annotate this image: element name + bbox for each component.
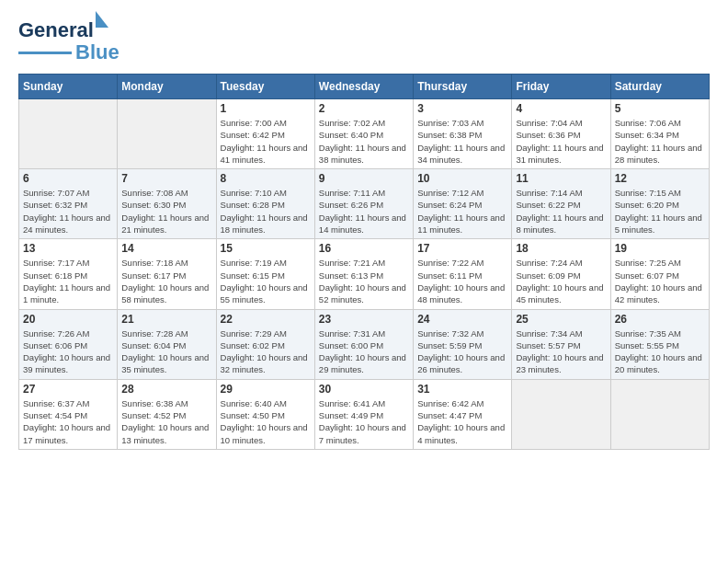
- day-detail: Sunrise: 7:06 AM Sunset: 6:34 PM Dayligh…: [615, 117, 705, 166]
- calendar-cell: 16Sunrise: 7:21 AM Sunset: 6:13 PM Dayli…: [314, 239, 413, 309]
- col-header-thursday: Thursday: [414, 75, 512, 99]
- day-detail: Sunrise: 7:25 AM Sunset: 6:07 PM Dayligh…: [615, 257, 705, 305]
- day-detail: Sunrise: 7:18 AM Sunset: 6:17 PM Dayligh…: [121, 257, 211, 305]
- logo: General Blue: [18, 18, 119, 64]
- calendar-week-5: 27Sunrise: 6:37 AM Sunset: 4:54 PM Dayli…: [19, 379, 710, 449]
- col-header-wednesday: Wednesday: [314, 75, 413, 99]
- page-header: General Blue: [18, 18, 710, 64]
- calendar-week-1: 1Sunrise: 7:00 AM Sunset: 6:42 PM Daylig…: [19, 99, 710, 169]
- day-number: 23: [319, 313, 409, 326]
- calendar-cell: [512, 379, 610, 449]
- day-detail: Sunrise: 7:32 AM Sunset: 5:59 PM Dayligh…: [417, 327, 507, 376]
- logo-text-general: General: [18, 18, 94, 41]
- day-number: 12: [615, 172, 705, 185]
- day-number: 7: [121, 172, 211, 185]
- day-number: 3: [417, 102, 507, 115]
- day-number: 2: [319, 102, 409, 115]
- calendar-cell: 23Sunrise: 7:31 AM Sunset: 6:00 PM Dayli…: [314, 309, 413, 379]
- day-detail: Sunrise: 6:37 AM Sunset: 4:54 PM Dayligh…: [23, 397, 113, 446]
- col-header-monday: Monday: [118, 75, 216, 99]
- calendar-cell: 28Sunrise: 6:38 AM Sunset: 4:52 PM Dayli…: [118, 379, 216, 449]
- day-number: 5: [615, 102, 705, 115]
- logo-triangle-icon: [96, 11, 108, 28]
- day-detail: Sunrise: 7:04 AM Sunset: 6:36 PM Dayligh…: [516, 117, 606, 166]
- day-detail: Sunrise: 7:08 AM Sunset: 6:30 PM Dayligh…: [121, 187, 211, 236]
- calendar-cell: 3Sunrise: 7:03 AM Sunset: 6:38 PM Daylig…: [414, 99, 512, 169]
- day-number: 30: [319, 383, 409, 396]
- calendar-cell: 21Sunrise: 7:28 AM Sunset: 6:04 PM Dayli…: [118, 309, 216, 379]
- calendar-cell: 19Sunrise: 7:25 AM Sunset: 6:07 PM Dayli…: [610, 239, 709, 309]
- day-number: 18: [516, 242, 606, 255]
- calendar-cell: 24Sunrise: 7:32 AM Sunset: 5:59 PM Dayli…: [414, 309, 512, 379]
- calendar-cell: 6Sunrise: 7:07 AM Sunset: 6:32 PM Daylig…: [19, 169, 118, 239]
- day-detail: Sunrise: 7:35 AM Sunset: 5:55 PM Dayligh…: [615, 327, 705, 376]
- calendar-cell: 7Sunrise: 7:08 AM Sunset: 6:30 PM Daylig…: [118, 169, 216, 239]
- day-detail: Sunrise: 7:29 AM Sunset: 6:02 PM Dayligh…: [221, 327, 311, 376]
- day-detail: Sunrise: 7:26 AM Sunset: 6:06 PM Dayligh…: [23, 327, 113, 376]
- day-detail: Sunrise: 7:17 AM Sunset: 6:18 PM Dayligh…: [23, 257, 113, 305]
- day-detail: Sunrise: 7:34 AM Sunset: 5:57 PM Dayligh…: [516, 327, 606, 376]
- calendar-table: SundayMondayTuesdayWednesdayThursdayFrid…: [18, 74, 710, 450]
- day-detail: Sunrise: 7:11 AM Sunset: 6:26 PM Dayligh…: [319, 187, 409, 236]
- calendar-cell: 11Sunrise: 7:14 AM Sunset: 6:22 PM Dayli…: [512, 169, 610, 239]
- day-number: 29: [221, 383, 311, 396]
- calendar-cell: 29Sunrise: 6:40 AM Sunset: 4:50 PM Dayli…: [216, 379, 314, 449]
- day-number: 22: [221, 313, 311, 326]
- day-detail: Sunrise: 7:21 AM Sunset: 6:13 PM Dayligh…: [319, 257, 409, 305]
- calendar-cell: 14Sunrise: 7:18 AM Sunset: 6:17 PM Dayli…: [118, 239, 216, 309]
- day-number: 9: [319, 172, 409, 185]
- calendar-cell: 20Sunrise: 7:26 AM Sunset: 6:06 PM Dayli…: [19, 309, 118, 379]
- calendar-week-2: 6Sunrise: 7:07 AM Sunset: 6:32 PM Daylig…: [19, 169, 710, 239]
- calendar-week-3: 13Sunrise: 7:17 AM Sunset: 6:18 PM Dayli…: [19, 239, 710, 309]
- col-header-sunday: Sunday: [19, 75, 118, 99]
- day-detail: Sunrise: 7:00 AM Sunset: 6:42 PM Dayligh…: [221, 117, 311, 166]
- day-number: 17: [417, 242, 507, 255]
- day-number: 28: [121, 383, 211, 396]
- day-number: 1: [221, 102, 311, 115]
- day-detail: Sunrise: 6:38 AM Sunset: 4:52 PM Dayligh…: [121, 397, 211, 446]
- day-number: 13: [23, 242, 113, 255]
- calendar-cell: 13Sunrise: 7:17 AM Sunset: 6:18 PM Dayli…: [19, 239, 118, 309]
- day-number: 14: [121, 242, 211, 255]
- calendar-cell: [19, 99, 118, 169]
- day-number: 6: [23, 172, 113, 185]
- calendar-cell: 17Sunrise: 7:22 AM Sunset: 6:11 PM Dayli…: [414, 239, 512, 309]
- calendar-cell: 2Sunrise: 7:02 AM Sunset: 6:40 PM Daylig…: [314, 99, 413, 169]
- day-number: 27: [23, 383, 113, 396]
- logo-text-blue: Blue: [75, 40, 119, 64]
- day-number: 20: [23, 313, 113, 326]
- day-detail: Sunrise: 7:12 AM Sunset: 6:24 PM Dayligh…: [417, 187, 507, 236]
- day-detail: Sunrise: 7:03 AM Sunset: 6:38 PM Dayligh…: [417, 117, 507, 166]
- day-detail: Sunrise: 7:10 AM Sunset: 6:28 PM Dayligh…: [221, 187, 311, 236]
- day-detail: Sunrise: 7:07 AM Sunset: 6:32 PM Dayligh…: [23, 187, 113, 236]
- day-detail: Sunrise: 7:15 AM Sunset: 6:20 PM Dayligh…: [615, 187, 705, 236]
- day-number: 10: [417, 172, 507, 185]
- day-number: 21: [121, 313, 211, 326]
- calendar-cell: 10Sunrise: 7:12 AM Sunset: 6:24 PM Dayli…: [414, 169, 512, 239]
- calendar-cell: 15Sunrise: 7:19 AM Sunset: 6:15 PM Dayli…: [216, 239, 314, 309]
- day-number: 25: [516, 313, 606, 326]
- calendar-cell: 26Sunrise: 7:35 AM Sunset: 5:55 PM Dayli…: [610, 309, 709, 379]
- calendar-cell: 31Sunrise: 6:42 AM Sunset: 4:47 PM Dayli…: [414, 379, 512, 449]
- col-header-tuesday: Tuesday: [216, 75, 314, 99]
- calendar-cell: 5Sunrise: 7:06 AM Sunset: 6:34 PM Daylig…: [610, 99, 709, 169]
- calendar-cell: [118, 99, 216, 169]
- day-number: 16: [319, 242, 409, 255]
- calendar-cell: 18Sunrise: 7:24 AM Sunset: 6:09 PM Dayli…: [512, 239, 610, 309]
- col-header-saturday: Saturday: [610, 75, 709, 99]
- calendar-cell: 4Sunrise: 7:04 AM Sunset: 6:36 PM Daylig…: [512, 99, 610, 169]
- calendar-cell: 8Sunrise: 7:10 AM Sunset: 6:28 PM Daylig…: [216, 169, 314, 239]
- logo-line: [18, 52, 72, 54]
- day-detail: Sunrise: 6:40 AM Sunset: 4:50 PM Dayligh…: [221, 397, 311, 446]
- day-number: 31: [417, 383, 507, 396]
- day-detail: Sunrise: 7:24 AM Sunset: 6:09 PM Dayligh…: [516, 257, 606, 305]
- day-detail: Sunrise: 7:22 AM Sunset: 6:11 PM Dayligh…: [417, 257, 507, 305]
- day-number: 15: [221, 242, 311, 255]
- calendar-week-4: 20Sunrise: 7:26 AM Sunset: 6:06 PM Dayli…: [19, 309, 710, 379]
- day-number: 11: [516, 172, 606, 185]
- day-number: 26: [615, 313, 705, 326]
- day-number: 4: [516, 102, 606, 115]
- calendar-header-row: SundayMondayTuesdayWednesdayThursdayFrid…: [19, 75, 710, 99]
- day-detail: Sunrise: 7:19 AM Sunset: 6:15 PM Dayligh…: [221, 257, 311, 305]
- calendar-cell: 1Sunrise: 7:00 AM Sunset: 6:42 PM Daylig…: [216, 99, 314, 169]
